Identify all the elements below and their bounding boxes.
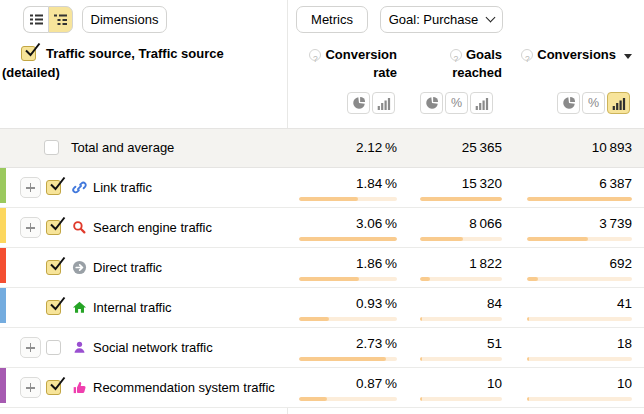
conversion-rate-bar xyxy=(299,197,397,201)
pie-chart-icon[interactable] xyxy=(420,92,443,114)
table-row: Recommendation system traffic 0.87 % 10 … xyxy=(0,368,644,408)
goals-reached-bar xyxy=(420,397,502,401)
conversions-value: 18 xyxy=(617,335,632,353)
row-label[interactable]: Link traffic xyxy=(93,168,152,207)
column-header-label: Conversions xyxy=(537,47,616,62)
row-checkbox[interactable] xyxy=(46,180,61,195)
bar-chart-icon[interactable] xyxy=(607,92,630,114)
total-row: Total and average 2.12 % 25 365 10 893 xyxy=(0,128,644,168)
checkmark-icon xyxy=(47,175,66,194)
row-color-stripe xyxy=(0,248,6,283)
traffic-sources-report: Dimensions Metrics Goal: Purchase Traffi… xyxy=(0,0,644,414)
table-row: Search engine traffic 3.06 % 8 066 3 739 xyxy=(0,208,644,248)
chevron-down-icon xyxy=(486,13,496,23)
checkmark-icon xyxy=(47,255,66,274)
table-row: Social network traffic 2.73 % 51 18 xyxy=(0,328,644,368)
goals-reached-bar xyxy=(420,317,502,321)
conversions-bar xyxy=(527,317,632,321)
pie-chart-icon[interactable] xyxy=(347,92,370,114)
view-mode-toggle xyxy=(23,6,73,33)
checkmark-icon xyxy=(47,375,66,394)
column-header-label: Conversion rate xyxy=(325,47,397,80)
conversion-rate-value: 1.84 % xyxy=(356,175,397,193)
row-label[interactable]: Direct traffic xyxy=(93,248,162,287)
dimension-header: Traffic source, Traffic source (detailed… xyxy=(2,44,282,82)
pie-chart-icon[interactable] xyxy=(557,92,580,114)
bar-chart-icon[interactable] xyxy=(470,92,493,114)
conversions-chart-toggles: % xyxy=(557,92,630,114)
row-checkbox[interactable] xyxy=(46,340,61,355)
row-color-stripe xyxy=(0,168,6,203)
expand-button[interactable] xyxy=(20,337,41,358)
goals-reached-value: 84 xyxy=(487,295,502,313)
expand-button[interactable] xyxy=(20,377,41,398)
conversion-rate-value: 2.73 % xyxy=(356,335,397,353)
thumbs-up-icon xyxy=(72,380,87,395)
list-icon xyxy=(29,12,44,27)
percent-icon[interactable]: % xyxy=(582,92,605,114)
column-header-conversions[interactable]: Conversions xyxy=(509,46,632,64)
column-header-goals-reached[interactable]: Goals reached xyxy=(407,46,502,82)
goals-reached-value: 1 822 xyxy=(469,255,502,273)
help-icon[interactable] xyxy=(450,49,462,61)
conversions-bar xyxy=(527,397,632,401)
checkmark-icon xyxy=(47,295,66,314)
sort-desc-icon xyxy=(624,54,632,59)
conversions-value: 6 387 xyxy=(599,175,632,193)
list-view-button[interactable] xyxy=(23,6,48,33)
bar-chart-icon[interactable] xyxy=(372,92,395,114)
goals-reached-bar xyxy=(420,197,502,201)
expand-button[interactable] xyxy=(20,217,41,238)
row-checkbox[interactable] xyxy=(46,380,61,395)
goals-reached-bar xyxy=(420,357,502,361)
conversions-value: 41 xyxy=(617,295,632,313)
total-row-checkbox[interactable] xyxy=(44,140,59,155)
percent-icon[interactable]: % xyxy=(445,92,468,114)
row-label[interactable]: Internal traffic xyxy=(93,288,172,327)
row-color-stripe xyxy=(0,208,6,243)
person-icon xyxy=(72,340,87,355)
goals-reached-value: 10 xyxy=(487,375,502,393)
dimensions-button[interactable]: Dimensions xyxy=(82,6,167,33)
total-row-label: Total and average xyxy=(71,129,174,167)
conversion-rate-bar xyxy=(299,237,397,241)
row-label[interactable]: Search engine traffic xyxy=(93,208,212,247)
table-row: Link traffic 1.84 % 15 320 6 387 xyxy=(0,168,644,208)
conversions-bar xyxy=(527,357,632,361)
expand-button[interactable] xyxy=(20,177,41,198)
row-label[interactable]: Recommendation system traffic xyxy=(93,368,275,407)
row-label[interactable]: Social network traffic xyxy=(93,328,213,367)
help-icon[interactable] xyxy=(309,49,321,61)
conversion-rate-bar xyxy=(299,317,397,321)
conversion-rate-value: 3.06 % xyxy=(356,215,397,233)
help-icon[interactable] xyxy=(521,49,533,61)
metrics-button[interactable]: Metrics xyxy=(296,6,368,33)
goals-reached-value: 8 066 xyxy=(469,215,502,233)
total-conversion-rate: 2.12 % xyxy=(356,129,397,167)
direct-arrow-icon xyxy=(72,260,87,275)
total-goals-reached: 25 365 xyxy=(462,129,502,167)
conversions-bar xyxy=(527,197,632,201)
row-color-stripe xyxy=(0,328,6,363)
row-color-stripe xyxy=(0,288,6,323)
total-conversions: 10 893 xyxy=(592,129,632,167)
conversion-rate-value: 0.93 % xyxy=(356,295,397,313)
conversions-value: 3 739 xyxy=(599,215,632,233)
column-header-conversion-rate[interactable]: Conversion rate xyxy=(302,46,397,82)
table-row: Internal traffic 0.93 % 84 41 xyxy=(0,288,644,328)
conversions-bar xyxy=(527,277,632,281)
link-icon xyxy=(72,180,87,195)
home-icon xyxy=(72,300,87,315)
conversions-value: 692 xyxy=(609,255,632,273)
conversion-rate-bar xyxy=(299,357,397,361)
row-checkbox[interactable] xyxy=(46,300,61,315)
conversions-bar xyxy=(527,237,632,241)
row-checkbox[interactable] xyxy=(46,260,61,275)
conversion-rate-bar xyxy=(299,277,397,281)
tree-view-button[interactable] xyxy=(48,6,73,33)
conversion-rate-chart-toggles xyxy=(347,92,395,114)
table-body: Link traffic 1.84 % 15 320 6 387 Search … xyxy=(0,168,644,408)
goal-selector[interactable]: Goal: Purchase xyxy=(380,6,503,33)
row-checkbox[interactable] xyxy=(46,220,61,235)
checkmark-icon xyxy=(47,215,66,234)
